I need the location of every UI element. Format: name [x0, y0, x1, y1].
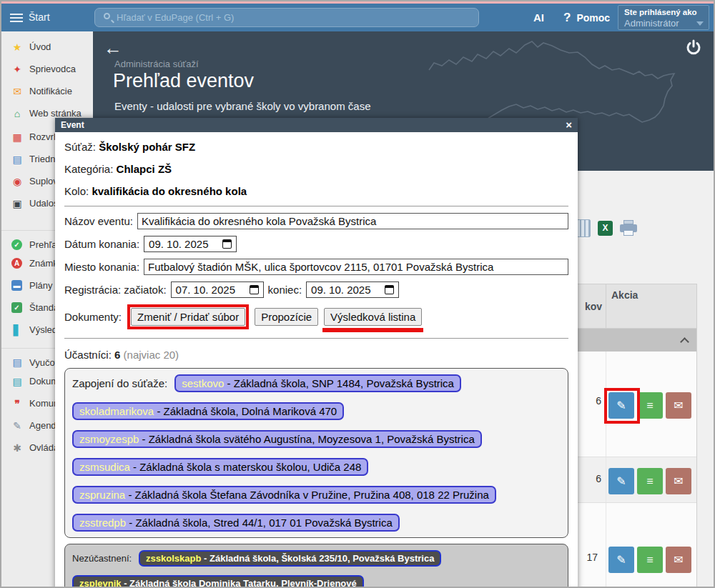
bar-chart-icon: ▋ — [11, 324, 24, 336]
school-username[interactable]: zspruzina — [79, 489, 125, 501]
calendar-icon[interactable] — [250, 285, 259, 294]
school-desc: - Základná škola Štefana Závodníka v Pru… — [128, 489, 488, 501]
table-header-row: kov Akcia — [578, 284, 697, 329]
excel-export-icon[interactable]: X — [598, 221, 613, 236]
school-username[interactable]: sestkovo — [182, 377, 224, 389]
check-circle-icon: ✓ — [11, 239, 22, 250]
logout-power-icon[interactable] — [685, 39, 702, 56]
vysledkova-listina-button[interactable]: Výsledková listina — [324, 308, 422, 326]
school-username[interactable]: zsstredpb — [79, 517, 126, 529]
school-username[interactable]: zsskolskapb — [146, 553, 201, 564]
school-desc: - Základná škola s materskou školou, Udi… — [133, 461, 361, 473]
participant-count: 6 — [578, 395, 601, 407]
propozicie-button[interactable]: Propozície — [255, 308, 318, 326]
participant-list-button[interactable]: ≡ — [637, 392, 663, 419]
school-badge[interactable]: zsskolskapb - Základná škola, Školská 23… — [139, 550, 441, 567]
edit-event-button[interactable]: ✎ — [608, 547, 634, 573]
search-box[interactable] — [94, 8, 479, 27]
calendar-icon[interactable] — [385, 285, 394, 294]
pen-icon: ✎ — [11, 420, 24, 432]
breadcrumb: Administrácia súťaží — [114, 59, 199, 69]
sidebar-item-sprievodca[interactable]: ✦Sprievodca — [1, 58, 93, 80]
table-row: 6 ✎ ≡ ✉ — [578, 352, 696, 457]
school-badge[interactable]: zsmoyzespb - Základná škola svätého Augu… — [72, 430, 482, 448]
sidebar-item-label: Web stránka — [29, 108, 82, 119]
close-icon[interactable]: × — [566, 118, 572, 132]
envelope-icon: ✉ — [11, 86, 24, 97]
gear-icon: ✱ — [11, 442, 24, 454]
sidebar-item-label: Úvod — [29, 41, 51, 52]
kolo-row: Kolo: kvalifikácia do okresného kola — [64, 180, 568, 202]
participant-list-button[interactable]: ≡ — [637, 547, 663, 573]
school-badge[interactable]: sestkovo - Základná škola, SNP 1484, Pov… — [174, 374, 461, 392]
school-badge[interactable]: zsstredpb - Základná škola, Stred 44/1, … — [72, 514, 400, 532]
school-username[interactable]: zsmsudica — [79, 461, 130, 473]
event-modal: Event × Súťaž: Školský pohár SFZ Kategór… — [55, 118, 578, 588]
school-badge[interactable]: zsmsudica - Základná škola s materskou š… — [72, 458, 368, 476]
help-button[interactable]: ?Pomoc — [563, 11, 610, 25]
mail-button[interactable]: ✉ — [666, 547, 691, 573]
school-username[interactable]: zsplevnik — [79, 578, 122, 588]
home-icon: ⌂ — [11, 108, 24, 119]
school-badge[interactable]: zsplevnik - Základná škola Dominika Tata… — [72, 575, 364, 588]
ai-button[interactable]: AI — [533, 11, 544, 24]
page-title: Prehľad eventov — [113, 70, 254, 92]
sidebar-item-label: Notifikácie — [29, 86, 72, 96]
sidebar-item-uvod[interactable]: ★Úvod — [1, 36, 93, 58]
hamburger-menu-icon[interactable] — [10, 14, 23, 22]
open-book-icon: ▤ — [11, 357, 24, 368]
nazov-input[interactable] — [137, 213, 568, 229]
koniec-label: koniec: — [268, 284, 302, 296]
school-username[interactable]: zsmoyzespb — [79, 433, 139, 445]
table-view-icon[interactable] — [576, 219, 591, 237]
kolo-label: Kolo: — [64, 185, 89, 197]
chat-icon: ❞ — [11, 398, 24, 409]
datum-value: 09. 10. 2025 — [149, 238, 208, 250]
collapse-chevron-icon[interactable] — [680, 337, 689, 347]
start-menu[interactable]: Štart — [29, 11, 50, 23]
mail-button[interactable]: ✉ — [666, 392, 691, 419]
top-bar: Štart AI ?Pomoc Ste prihlásený ako Admin… — [1, 4, 714, 31]
ucastnici-label: Účastníci: — [64, 349, 112, 361]
datum-date-input[interactable]: 09. 10. 2025 — [144, 236, 237, 252]
zmenit-pridat-subor-button[interactable]: Zmeniť / Pridať súbor — [131, 308, 245, 326]
participant-list-button[interactable]: ≡ — [637, 468, 663, 494]
kategoria-row: Kategória: Chlapci ZŠ — [64, 158, 568, 180]
timetable-grid-icon: ▦ — [11, 131, 24, 143]
kategoria-label: Kategória: — [64, 163, 113, 175]
user-menu[interactable]: Ste prihlásený ako Administrátor — [618, 5, 709, 30]
sidebar-item-notifikacie[interactable]: ✉Notifikácie — [1, 80, 93, 102]
ucastnici-row: Účastníci: 6 (najviac 20) — [64, 349, 568, 364]
edit-event-button[interactable]: ✎ — [608, 392, 634, 419]
mail-button[interactable]: ✉ — [666, 468, 691, 494]
back-arrow-icon[interactable]: ← — [104, 37, 122, 59]
table-group-row — [578, 329, 697, 352]
search-input[interactable] — [117, 10, 467, 25]
registracia-start-input[interactable]: 07. 10. 2025 — [171, 281, 264, 298]
annotation-red-box-zmenit: Zmeniť / Pridať súbor — [127, 304, 249, 329]
sidebar-item-label: Sprievodca — [29, 64, 76, 74]
datum-label: Dátum konania: — [64, 238, 139, 250]
column-header-partial: kov — [578, 301, 602, 312]
ucastnici-count: 6 — [114, 349, 120, 361]
table-rows: 6 ✎ ≡ ✉ 6 ✎ ≡ ✉ — [578, 352, 697, 587]
star-icon: ★ — [11, 41, 24, 53]
school-desc: - Základná škola, Dolná Mariková 470 — [157, 405, 337, 417]
person-icon: ◉ — [11, 176, 24, 187]
school-badge[interactable]: zspruzina - Základná škola Štefana Závod… — [72, 486, 496, 504]
calendar-icon[interactable] — [222, 239, 232, 249]
miesto-input[interactable] — [144, 259, 568, 275]
logged-in-as-label: Ste prihlásený ako — [624, 8, 697, 16]
school-badge[interactable]: skoladmarikova - Základná škola, Dolná M… — [72, 402, 344, 420]
school-username[interactable]: skoladmarikova — [79, 405, 154, 417]
print-icon[interactable] — [620, 220, 637, 237]
zapojeni-panel: Zapojení do súťaže: sestkovo - Základná … — [64, 368, 568, 538]
registracia-end-input[interactable]: 09. 10. 2025 — [306, 281, 399, 298]
wand-icon: ✦ — [11, 64, 24, 75]
page-subtitle: Eventy - udalosti pre vybrané školy vo v… — [114, 100, 371, 112]
zapojeni-label: Zapojení do súťaže: — [72, 377, 167, 389]
chevron-down-icon — [696, 21, 704, 26]
edit-event-button[interactable]: ✎ — [608, 468, 634, 494]
grade-icon: A — [11, 258, 22, 269]
miesto-label: Miesto konania: — [64, 261, 139, 273]
